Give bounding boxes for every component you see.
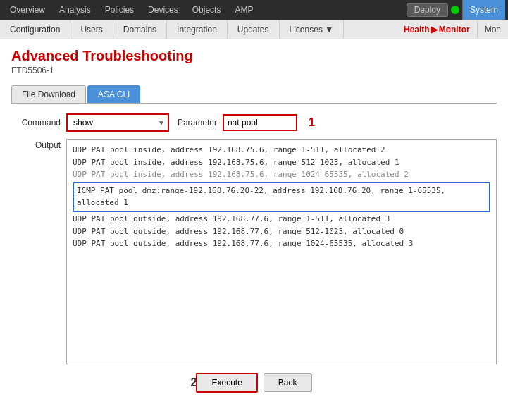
step-1-label: 1	[309, 116, 315, 129]
bottom-bar: 2 Execute Back	[11, 364, 497, 398]
output-line-7: UDP PAT pool outside, address 192.168.77…	[73, 237, 490, 250]
top-nav-bar: Overview Analysis Policies Devices Objec…	[0, 0, 508, 20]
output-row: Output UDP PAT pool inside, address 192.…	[11, 139, 497, 364]
nav-integration[interactable]: Integration	[167, 20, 228, 39]
nav-updates[interactable]: Updates	[228, 20, 280, 39]
step-2-label: 2	[191, 376, 197, 389]
nav-analysis[interactable]: Analysis	[52, 0, 98, 20]
nav-users[interactable]: Users	[70, 20, 113, 39]
output-line-3: UDP PAT pool inside, address 192.168.75.…	[73, 168, 490, 181]
parameter-input[interactable]	[225, 116, 295, 129]
mon-item[interactable]: Mon	[477, 21, 508, 38]
parameter-input-wrapper	[223, 114, 297, 131]
command-select[interactable]: show	[70, 116, 155, 129]
nav-devices[interactable]: Devices	[141, 0, 185, 20]
output-line-6: UDP PAT pool outside, address 192.168.77…	[73, 226, 490, 238]
command-row: Command show ▼ Parameter 1	[11, 113, 497, 132]
output-line-5: UDP PAT pool outside, address 192.168.77…	[73, 213, 490, 226]
health-arrow-icon: ▶	[431, 25, 438, 35]
page-title: Advanced Troubleshooting	[11, 48, 497, 64]
system-button[interactable]: System	[462, 0, 505, 20]
nav-objects[interactable]: Objects	[185, 0, 228, 20]
dropdown-arrow-icon: ▼	[158, 119, 165, 127]
deploy-button[interactable]: Deploy	[407, 3, 448, 17]
nav-domains[interactable]: Domains	[113, 20, 167, 39]
tab-asa-cli[interactable]: ASA CLI	[87, 85, 140, 103]
command-label: Command	[11, 118, 61, 128]
back-button[interactable]: Back	[264, 373, 312, 392]
parameter-label: Parameter	[178, 118, 217, 128]
tab-bar: File Download ASA CLI	[11, 85, 497, 104]
status-indicator	[451, 6, 459, 14]
tab-file-download[interactable]: File Download	[11, 85, 86, 103]
output-box: UDP PAT pool inside, address 192.168.75.…	[66, 139, 497, 364]
page-subtitle: FTD5506-1	[11, 66, 497, 75]
nav-policies[interactable]: Policies	[98, 0, 141, 20]
execute-button[interactable]: Execute	[196, 373, 257, 393]
second-nav-bar: Configuration Users Domains Integration …	[0, 20, 508, 39]
command-select-wrapper: show ▼	[66, 113, 169, 132]
nav-overview[interactable]: Overview	[3, 0, 52, 20]
output-label: Output	[11, 139, 61, 150]
nav-licenses[interactable]: Licenses ▼	[280, 20, 345, 39]
health-monitor-link[interactable]: Health ▶ Monitor	[397, 21, 477, 38]
output-line-4-highlighted: ICMP PAT pool dmz:range-192.168.76.20-22…	[73, 182, 490, 212]
nav-amp[interactable]: AMP	[228, 0, 260, 20]
output-line-1: UDP PAT pool inside, address 192.168.75.…	[73, 144, 490, 156]
main-content: Advanced Troubleshooting FTD5506-1 File …	[0, 39, 508, 420]
nav-configuration[interactable]: Configuration	[0, 20, 70, 39]
output-line-2: UDP PAT pool inside, address 192.168.75.…	[73, 156, 490, 169]
